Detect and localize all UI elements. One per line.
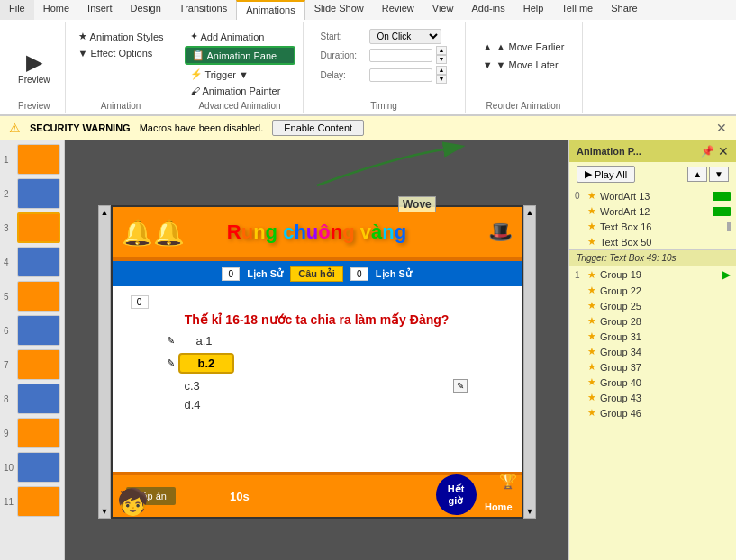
anim-item-group37[interactable]: ★ Group 37 <box>569 359 736 375</box>
anim-item-group43[interactable]: ★ Group 43 <box>569 390 736 405</box>
scroll-right-up-btn[interactable]: ▲ <box>524 206 535 219</box>
tab-tellme[interactable]: Tell me <box>552 0 602 20</box>
anim-item-group46[interactable]: ★ Group 46 <box>569 405 736 420</box>
duration-up[interactable]: ▲ <box>436 46 448 55</box>
slide-num-3: 3 <box>4 223 14 233</box>
preview-button[interactable]: ▶ Preview <box>11 46 58 88</box>
animation-group-label: Animation <box>101 101 141 111</box>
effect-options-button[interactable]: ▼ Effect Options <box>73 46 169 60</box>
delay-spinner[interactable]: ▲ ▼ <box>436 66 448 84</box>
slide-thumb-9[interactable]: 9 <box>4 418 60 448</box>
slide-img-8[interactable] <box>17 384 60 414</box>
slide-thumb-10[interactable]: 10 <box>4 452 60 483</box>
slide-thumb-6[interactable]: 6 <box>4 315 60 346</box>
anim-item-textbox50[interactable]: ★ Text Box 50 <box>569 234 736 249</box>
ribbon-group-preview: ▶ Preview Preview <box>4 22 66 113</box>
slide-img-7[interactable] <box>17 349 60 380</box>
scroll-right-down-btn[interactable]: ▼ <box>524 505 535 518</box>
delay-up[interactable]: ▲ <box>436 66 448 75</box>
slide-img-2[interactable] <box>17 178 60 209</box>
anim-item-group22[interactable]: ★ Group 22 <box>569 283 736 298</box>
start-label: Start: <box>321 32 366 41</box>
slide-img-1[interactable] <box>17 144 60 175</box>
slide-img-4[interactable] <box>17 247 60 277</box>
slide-img-3[interactable] <box>17 212 60 243</box>
add-animation-button[interactable]: ✦ Add Animation <box>185 29 295 44</box>
effect-options-icon: ▼ <box>78 48 88 59</box>
slide-thumb-2[interactable]: 2 <box>4 178 60 209</box>
trigger-button[interactable]: ⚡ Trigger ▼ <box>185 67 295 82</box>
trophy-icon: 🏆 <box>499 473 517 490</box>
question-button[interactable]: Câu hỏi <box>290 266 343 282</box>
tab-share[interactable]: Share <box>602 0 646 20</box>
anim-item-group34[interactable]: ★ Group 34 <box>569 344 736 359</box>
slide-thumb-11[interactable]: 11 <box>4 486 60 517</box>
tab-view[interactable]: View <box>423 0 463 20</box>
anim-pane-pin-icon[interactable]: 📌 <box>701 145 714 158</box>
close-security-bar-button[interactable]: ✕ <box>716 121 727 135</box>
play-all-button[interactable]: ▶ Play All <box>577 166 635 183</box>
slide-thumb-8[interactable]: 8 <box>4 384 60 414</box>
tab-help[interactable]: Help <box>514 0 553 20</box>
slide-thumb-5[interactable]: 5 <box>4 281 60 312</box>
slide-img-9[interactable] <box>17 418 60 448</box>
slide-thumb-4[interactable]: 4 <box>4 247 60 277</box>
tab-animations[interactable]: Animations <box>236 0 304 20</box>
tab-file[interactable]: File <box>0 0 34 20</box>
slide-img-10[interactable] <box>17 452 60 483</box>
duration-down[interactable]: ▼ <box>436 55 448 64</box>
anim-item-group31[interactable]: ★ Group 31 <box>569 329 736 344</box>
anim-name-group37: Group 37 <box>600 362 731 373</box>
anim-item-group25[interactable]: ★ Group 25 <box>569 298 736 313</box>
tab-slideshow[interactable]: Slide Show <box>305 0 373 20</box>
edit-btn-a[interactable]: ✎ <box>167 335 175 347</box>
slide-thumb-7[interactable]: 7 <box>4 349 60 380</box>
move-earlier-button[interactable]: ▲ ▲ Move Earlier <box>477 40 570 54</box>
slide-thumb-3[interactable]: 3 <box>4 212 60 243</box>
anim-item-group19[interactable]: 1 ★ Group 19 ▶ <box>569 266 736 283</box>
move-later-button[interactable]: ▼ ▼ Move Later <box>477 58 570 72</box>
score-left: 0 <box>222 267 240 281</box>
edit-btn-b[interactable]: ✎ <box>167 357 175 369</box>
duration-spinner[interactable]: ▲ ▼ <box>436 46 448 64</box>
vertical-scrollbar-left[interactable]: ▲ ▼ <box>98 205 111 519</box>
tab-review[interactable]: Review <box>373 0 423 20</box>
anim-list[interactable]: 0 ★ WordArt 13 ★ WordArt 12 ★ Text Box 1… <box>569 186 736 560</box>
delay-input[interactable] <box>369 68 432 82</box>
slide-panel[interactable]: 1 2 3 4 5 6 7 8 <box>0 140 65 560</box>
tab-transitions[interactable]: Transitions <box>170 0 236 20</box>
slide-canvas[interactable]: 🔔🔔 Rung chuông vàng 🎩 0 Lịch Sử Câu hỏi … <box>111 205 523 519</box>
anim-item-group40[interactable]: ★ Group 40 <box>569 375 736 390</box>
ribbon-group-timing: Start: On Click Duration: ▲ ▼ Delay: <box>304 22 466 113</box>
scroll-up-btn[interactable]: ▲ <box>99 206 110 219</box>
enable-content-button[interactable]: Enable Content <box>272 120 364 136</box>
start-select[interactable]: On Click <box>369 29 441 44</box>
anim-item-wordart12[interactable]: ★ WordArt 12 <box>569 203 736 219</box>
animation-pane-button[interactable]: 📋 Animation Pane <box>185 46 295 65</box>
main-area: 1 2 3 4 5 6 7 8 <box>0 140 736 560</box>
slide-img-6[interactable] <box>17 315 60 346</box>
anim-item-group28[interactable]: ★ Group 28 <box>569 313 736 329</box>
tab-addins[interactable]: Add-ins <box>462 0 513 20</box>
scroll-down-btn[interactable]: ▼ <box>99 505 110 518</box>
vertical-scrollbar-right[interactable]: ▲ ▼ <box>523 205 536 519</box>
slide-img-11[interactable] <box>17 486 60 517</box>
anim-star-group46: ★ <box>587 407 596 419</box>
anim-pane-close-button[interactable]: ✕ <box>718 144 729 158</box>
delay-down[interactable]: ▼ <box>436 75 448 84</box>
anim-item-textbox16[interactable]: ★ Text Box 16 <box>569 219 736 234</box>
animation-painter-button[interactable]: 🖌 Animation Painter <box>185 84 295 98</box>
tab-design[interactable]: Design <box>122 0 170 20</box>
duration-input[interactable] <box>369 49 432 62</box>
anim-nav-up-button[interactable]: ▲ <box>687 167 707 182</box>
tab-insert[interactable]: Insert <box>78 0 122 20</box>
slide-thumb-1[interactable]: 1 <box>4 144 60 175</box>
anim-bar-wordart12 <box>713 207 731 216</box>
slide-img-5[interactable] <box>17 281 60 312</box>
tab-home[interactable]: Home <box>34 0 78 20</box>
animation-styles-button[interactable]: ★ Animation Styles <box>73 29 169 44</box>
anim-item-wordart13[interactable]: 0 ★ WordArt 13 <box>569 188 736 203</box>
slide-num-11: 11 <box>4 497 14 507</box>
anim-nav-down-button[interactable]: ▼ <box>709 167 729 182</box>
edit-btn-c[interactable]: ✎ <box>453 379 468 393</box>
